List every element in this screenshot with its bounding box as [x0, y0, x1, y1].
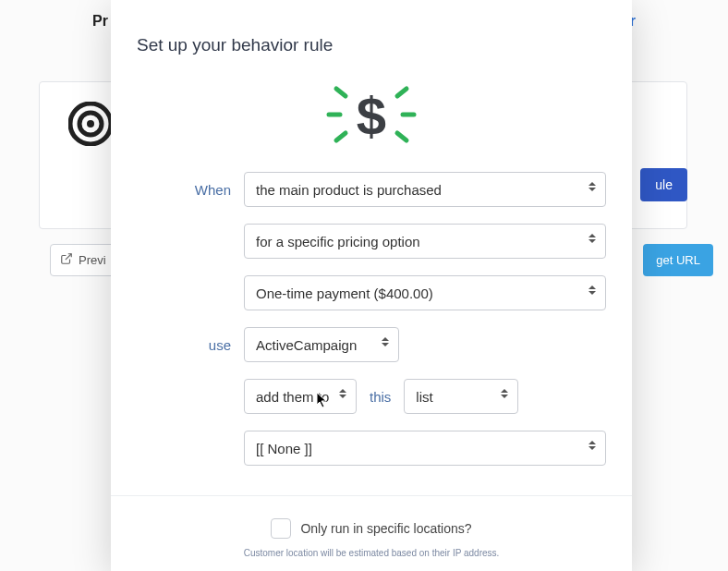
locations-checkbox[interactable] [271, 518, 291, 539]
trigger-select[interactable]: the main product is purchased [244, 172, 606, 207]
when-label: When [137, 182, 231, 198]
behavior-rule-modal: Set up your behavior rule $ When the mai… [111, 0, 632, 571]
action-select[interactable]: add them to [244, 379, 357, 414]
action-select-value: add them to [256, 389, 329, 405]
modal-title: Set up your behavior rule [111, 35, 632, 67]
svg-line-3 [66, 254, 71, 260]
integration-select[interactable]: ActiveCampaign [244, 327, 399, 362]
object-type-select[interactable]: list [404, 379, 518, 414]
target-select-value: [[ None ]] [256, 441, 312, 456]
svg-point-2 [87, 120, 94, 128]
locations-checkbox-label: Only run in specific locations? [300, 521, 471, 536]
svg-line-4 [336, 89, 346, 96]
this-label: this [370, 389, 391, 405]
backdrop-preview-button[interactable]: Previ [50, 244, 120, 276]
pricing-select-value: One-time payment ($400.00) [256, 286, 433, 301]
integration-select-value: ActiveCampaign [256, 337, 357, 353]
target-select[interactable]: [[ None ]] [244, 431, 606, 466]
svg-line-6 [336, 133, 346, 140]
svg-line-7 [397, 133, 406, 140]
use-label: use [137, 337, 231, 353]
svg-text:$: $ [357, 86, 386, 146]
backdrop-preview-label: Previ [79, 253, 106, 267]
backdrop-rule-button[interactable]: ule [640, 168, 687, 201]
object-type-select-value: list [416, 389, 432, 405]
condition-select[interactable]: for a specific pricing option [244, 224, 606, 259]
purchase-illustration: $ [111, 67, 632, 172]
svg-line-5 [397, 89, 406, 96]
external-link-icon [60, 252, 73, 268]
dollar-sparkle-icon: $ [325, 78, 418, 155]
backdrop-geturl-button[interactable]: get URL [643, 244, 713, 276]
modal-footer: Only run in specific locations? Customer… [111, 495, 632, 571]
pricing-select[interactable]: One-time payment ($400.00) [244, 275, 606, 310]
trigger-select-value: the main product is purchased [256, 182, 442, 198]
condition-select-value: for a specific pricing option [256, 234, 420, 249]
bullseye-icon [68, 102, 113, 146]
backdrop-title-partial: Pr [92, 13, 108, 30]
locations-hint: Customer location will be estimated base… [137, 548, 606, 558]
